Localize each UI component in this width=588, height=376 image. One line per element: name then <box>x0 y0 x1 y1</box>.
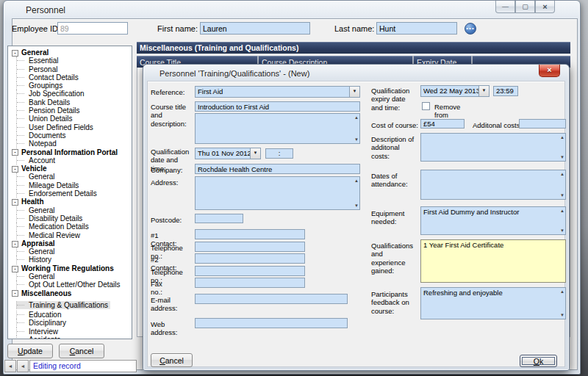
dialog-ok-button[interactable]: Ok <box>520 355 557 367</box>
feedback-field[interactable]: Refreshing and enjoyable ▲ ▼ <box>420 287 566 319</box>
tree-item-user-defined-fields[interactable]: User Defined Fields <box>16 123 132 131</box>
tree-section-label[interactable]: Health <box>21 198 44 206</box>
scroll-down-icon[interactable]: ▼ <box>560 228 564 233</box>
tree-item-groupings[interactable]: Groupings <box>16 82 132 90</box>
tree-item-union-details[interactable]: Union Details <box>16 115 132 123</box>
tree-item-account[interactable]: Account <box>16 156 132 164</box>
scroll-up-icon[interactable]: ▲ <box>560 289 564 294</box>
course-title-label: Course title and description: <box>151 103 193 128</box>
tree-item-medical-review[interactable]: Medical Review <box>16 231 132 239</box>
tree-item-education[interactable]: Education <box>16 311 132 319</box>
scroll-down-icon[interactable]: ▼ <box>560 155 564 159</box>
collapse-icon[interactable]: - <box>12 50 18 57</box>
tree-item-opt-out-letter-other-details[interactable]: Opt Out Letter/Other Details <box>16 281 132 289</box>
close-icon[interactable]: × <box>535 1 555 13</box>
collapse-icon[interactable]: - <box>12 166 18 173</box>
fax-label: Fax no.: <box>151 280 162 297</box>
collapse-icon[interactable]: - <box>12 290 18 297</box>
last-name-field[interactable] <box>376 22 457 35</box>
scroll-up-icon[interactable]: ▲ <box>560 172 564 176</box>
contact2-field[interactable] <box>195 253 305 264</box>
expiry-date-combo[interactable]: Wed 22 May 2013 ▼ <box>420 85 490 97</box>
cancel-button[interactable]: Cancel <box>59 344 104 358</box>
dialog-cancel-button[interactable]: Cancel <box>151 353 193 367</box>
tree-item-contact-details[interactable]: Contact Details <box>16 73 132 82</box>
remove-agenda-checkbox[interactable] <box>422 102 430 110</box>
qual-date-combo[interactable]: Thu 01 Nov 2012 ▼ <box>195 148 261 159</box>
tree-item-general[interactable]: General <box>16 206 132 214</box>
employee-id-field[interactable] <box>57 22 128 35</box>
tree-item-mileage-details[interactable]: Mileage Details <box>16 181 132 189</box>
qual-gained-field[interactable]: 1 Year First Aid Certificate <box>420 239 566 283</box>
postcode-field[interactable] <box>195 214 243 223</box>
feedback-label: Participants feedback on course: <box>371 290 414 315</box>
cost-field[interactable] <box>420 119 465 129</box>
lookup-button[interactable]: ••• <box>465 23 476 35</box>
address-field[interactable]: ▲ ▼ <box>195 176 360 210</box>
reference-combo[interactable]: First Aid ▼ <box>195 86 360 98</box>
tree-item-essential[interactable]: Essential <box>16 57 132 65</box>
expiry-time-field[interactable]: 23:59 <box>493 86 518 96</box>
tree-section-label[interactable]: General <box>21 48 49 57</box>
collapse-icon[interactable]: - <box>12 266 18 272</box>
course-title-field[interactable] <box>195 101 360 112</box>
dropdown-icon[interactable]: ▼ <box>250 148 260 159</box>
contact1-field[interactable] <box>195 229 305 239</box>
tree-item-accidents[interactable]: Accidents <box>16 336 132 339</box>
tree-item-job-specification[interactable]: Job Specification <box>16 90 132 98</box>
scroll-up-icon[interactable]: ▲ <box>354 178 359 183</box>
tree-section-label[interactable]: Miscellaneous <box>21 289 71 297</box>
scroll-up-icon[interactable]: ▲ <box>560 135 564 140</box>
scroll-down-icon[interactable]: ▼ <box>560 313 564 317</box>
equipment-field[interactable]: First Aid Dummy and Instructor ▲ ▼ <box>420 206 566 235</box>
fax-field[interactable] <box>195 278 305 288</box>
tree-section-label[interactable]: Working Time Regulations <box>21 264 114 272</box>
tree-section-label[interactable]: Personal Information Portal <box>21 148 118 156</box>
first-name-field[interactable] <box>200 22 310 35</box>
tree-item-bank-details[interactable]: Bank Details <box>16 98 132 106</box>
scroll-down-icon[interactable]: ▼ <box>354 203 359 208</box>
tree-item-general[interactable]: General <box>16 247 132 256</box>
collapse-icon[interactable]: - <box>12 149 18 156</box>
dialog-close-icon[interactable]: × <box>539 65 560 77</box>
maximize-icon[interactable]: ▢ <box>515 1 535 13</box>
tree-item-personal[interactable]: Personal <box>16 65 132 73</box>
tree-item-notepad[interactable]: Notepad <box>16 140 132 148</box>
additional-desc-field[interactable]: ▲ ▼ <box>420 133 566 162</box>
first-record-icon[interactable]: ◄ <box>4 360 16 372</box>
dropdown-icon[interactable]: ▼ <box>478 86 489 96</box>
minimize-icon[interactable]: — <box>495 1 515 13</box>
phone1-field[interactable] <box>195 242 305 252</box>
tree-item-disability-details[interactable]: Disability Details <box>16 214 132 223</box>
dropdown-icon[interactable]: ▼ <box>349 87 359 97</box>
collapse-icon[interactable]: - <box>12 241 18 247</box>
qual-time-field[interactable]: : <box>265 148 293 159</box>
phone2-field[interactable] <box>195 266 305 276</box>
collapse-icon[interactable]: - <box>12 199 18 206</box>
tree-item-disciplinary[interactable]: Disciplinary <box>16 319 132 327</box>
tree-item-documents[interactable]: Documents <box>16 131 132 140</box>
tree-item-medication-details[interactable]: Medication Details <box>16 223 132 231</box>
tree-section-label[interactable]: Vehicle <box>21 164 46 173</box>
update-button[interactable]: Update <box>7 344 53 358</box>
tree-item-history[interactable]: History <box>16 256 132 264</box>
tree-item-endorsement-details[interactable]: Endorsement Details <box>16 189 132 198</box>
tree-item-general[interactable]: General <box>16 272 132 281</box>
scroll-up-icon[interactable]: ▲ <box>560 209 564 213</box>
tree-item-training-qualifications[interactable]: Training & Qualifications <box>16 301 110 309</box>
course-description-field[interactable]: ▲ ▼ <box>195 113 360 144</box>
previous-record-icon[interactable]: ◄ <box>17 360 29 372</box>
additional-costs-field[interactable] <box>519 119 566 129</box>
scroll-up-icon[interactable]: ▲ <box>354 115 359 120</box>
attendance-field[interactable]: ▲ ▼ <box>420 170 566 200</box>
employee-id-label: Employee ID: <box>12 24 60 33</box>
web-field[interactable] <box>195 318 348 328</box>
tree-section-label[interactable]: Appraisal <box>21 239 55 247</box>
email-field[interactable] <box>195 294 348 304</box>
tree-item-general[interactable]: General <box>16 173 132 181</box>
company-field[interactable] <box>195 164 360 174</box>
tree-item-pension-details[interactable]: Pension Details <box>16 106 132 115</box>
tree-item-interview[interactable]: Interview <box>16 328 132 336</box>
scroll-down-icon[interactable]: ▼ <box>354 137 359 142</box>
scroll-down-icon[interactable]: ▼ <box>560 193 564 198</box>
